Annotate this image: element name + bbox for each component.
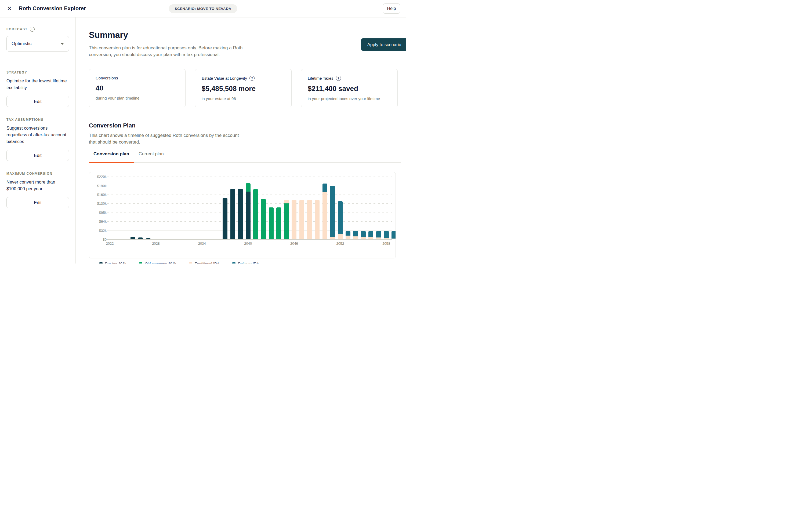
chart-bar-2043[interactable]: [269, 207, 274, 239]
bar-segment: [346, 236, 350, 239]
lifetime-taxes-card-title: Lifetime Taxes ?: [308, 76, 391, 81]
max-conversion-text: Never convert more than $100,000 per yea…: [6, 179, 69, 192]
chart-bar-2057[interactable]: [376, 231, 381, 239]
estate-value-card-caption: in your estate at 96: [202, 96, 285, 101]
chart-bar-2052[interactable]: [338, 201, 343, 240]
y-axis-tick-label: $0: [103, 238, 106, 241]
legend-item: Traditional IRA: [189, 261, 219, 264]
chart-bar-2053[interactable]: [346, 231, 350, 239]
info-icon[interactable]: i: [30, 27, 35, 32]
conversions-card: Conversions 40 during your plan timeline: [89, 69, 186, 107]
y-axis-tick-label: $64k: [99, 220, 106, 224]
lifetime-taxes-card-value: $211,400 saved: [308, 85, 391, 93]
estate-value-card-title-text: Estate Value at Longevity: [202, 76, 247, 80]
bar-segment: [346, 231, 350, 236]
chart-bar-2051[interactable]: [330, 186, 335, 239]
conversion-plan-title: Conversion Plan: [89, 122, 135, 129]
strategy-edit-button[interactable]: Edit: [6, 96, 69, 107]
legend-swatch: [189, 262, 192, 264]
bar-segment: [130, 237, 135, 239]
help-icon[interactable]: ?: [249, 76, 255, 81]
chart-bar-2040[interactable]: [246, 183, 250, 239]
conversions-card-value: 40: [96, 84, 179, 92]
max-conversion-edit-button[interactable]: Edit: [6, 197, 69, 208]
tab-current-plan[interactable]: Current plan: [139, 151, 164, 162]
legend-label: Pre-tax 401k: [105, 261, 126, 264]
x-axis-tick-label: 2052: [336, 241, 344, 245]
summary-cards-row: Conversions 40 during your plan timeline…: [89, 69, 398, 107]
bar-segment: [322, 192, 327, 239]
y-axis-tick-label: $160k: [97, 193, 106, 197]
chart-bar-2038[interactable]: [230, 189, 235, 239]
chart-bar-2037[interactable]: [222, 198, 228, 239]
x-axis-tick-label: 2046: [290, 241, 298, 245]
chart-bar-2056[interactable]: [368, 231, 373, 239]
help-button[interactable]: Help: [383, 3, 400, 14]
chart-bar-2047[interactable]: [300, 200, 304, 239]
x-axis-tick-label: 2058: [382, 241, 390, 245]
bar-segment: [361, 231, 366, 237]
chart-bar-2042[interactable]: [261, 199, 266, 239]
scenario-badge: SCENARIO: MOVE TO NEVADA: [169, 4, 237, 13]
chart-bar-2046[interactable]: [292, 200, 296, 239]
chart-bar-2025[interactable]: [130, 237, 135, 239]
bar-segment: [253, 189, 258, 239]
close-icon[interactable]: ✕: [7, 5, 12, 12]
chart-bar-2045[interactable]: [284, 200, 289, 239]
conversions-card-title-text: Conversions: [96, 76, 118, 80]
bar-segment: [392, 231, 396, 239]
bar-segment: [246, 183, 250, 192]
chevron-down-icon: [61, 43, 64, 45]
tax-assumptions-text: Suggest conversions regardless of after-…: [6, 125, 69, 145]
apply-to-scenario-button[interactable]: Apply to scenario: [361, 39, 406, 51]
lifetime-taxes-card-caption: in your projected taxes over your lifeti…: [308, 96, 391, 101]
chart-bar-2049[interactable]: [315, 200, 320, 239]
bar-segment: [368, 231, 373, 237]
bar-segment: [330, 237, 335, 239]
chart-bar-2027[interactable]: [146, 238, 151, 239]
bar-segment: [222, 198, 228, 239]
bar-segment: [384, 231, 389, 238]
bar-segment: [361, 237, 366, 239]
max-conversion-label: MAXIMUM CONVERSION: [6, 172, 69, 176]
y-axis-tick-label: $130k: [97, 201, 106, 206]
chart-bar-2050[interactable]: [322, 183, 327, 239]
bar-segment: [284, 204, 289, 239]
lifetime-taxes-card: Lifetime Taxes ? $211,400 saved in your …: [301, 69, 398, 107]
conversions-card-caption: during your plan timeline: [96, 96, 179, 100]
gridline: [107, 239, 392, 240]
estate-value-card-title: Estate Value at Longevity ?: [202, 76, 285, 81]
chart-bar-2039[interactable]: [238, 189, 243, 239]
bar-segment: [376, 231, 381, 238]
sidebar: FORECAST i Optimistic STRATEGY Optimize …: [0, 17, 76, 264]
roth-conversion-explorer-window: ✕ Roth Conversion Explorer SCENARIO: MOV…: [0, 0, 406, 264]
bar-segment: [307, 200, 312, 239]
y-axis-tick-label: $32k: [99, 228, 106, 232]
bar-segment: [315, 200, 320, 239]
strategy-section: STRATEGY Optimize for the lowest lifetim…: [0, 61, 75, 107]
gridline: [107, 177, 392, 177]
tab-conversion-plan[interactable]: Conversion plan: [93, 151, 129, 162]
chart-bar-2044[interactable]: [276, 207, 281, 239]
chart-bar-2054[interactable]: [353, 231, 358, 239]
conversion-plan-chart-card: $0$32k$64k$95k$130k$160k$190k$220k202220…: [89, 172, 396, 258]
y-axis-tick-label: $95k: [99, 210, 106, 214]
chart-bar-2055[interactable]: [361, 231, 366, 239]
chart-bar-2026[interactable]: [138, 238, 143, 239]
chart-bar-2048[interactable]: [307, 200, 312, 239]
chart-bar-2059[interactable]: [392, 231, 396, 239]
tax-assumptions-edit-button[interactable]: Edit: [6, 150, 69, 161]
bar-segment: [322, 183, 327, 192]
tax-assumptions-section: TAX ASSUMPTIONS Suggest conversions rega…: [0, 107, 75, 161]
forecast-label-text: FORECAST: [6, 27, 28, 31]
bar-segment: [376, 238, 381, 239]
y-axis-tick-label: $220k: [97, 175, 106, 179]
conversion-plan-description: This chart shows a timeline of suggested…: [89, 132, 247, 146]
help-icon[interactable]: ?: [336, 76, 341, 81]
chart-bar-2058[interactable]: [384, 231, 389, 239]
chart-bar-2041[interactable]: [253, 189, 258, 239]
forecast-dropdown[interactable]: Optimistic: [6, 36, 69, 51]
bar-segment: [246, 192, 250, 239]
conversions-card-title: Conversions: [96, 76, 179, 80]
bar-segment: [138, 238, 143, 239]
